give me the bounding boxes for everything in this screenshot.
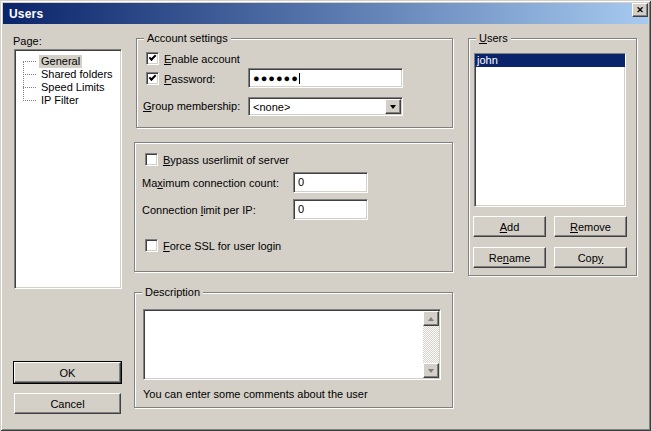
tree-connector-icon [23,61,36,62]
tree-item-ip-filter[interactable]: IP Filter [15,94,121,107]
password-input[interactable]: ●●●●●● [248,68,403,88]
enable-account-label: Enable account [164,53,240,66]
page-label: Page: [13,35,42,48]
tree-connector-icon [23,100,36,101]
ok-button[interactable]: OK [14,362,121,383]
password-label: Password: [164,73,215,86]
add-user-button[interactable]: Add [473,216,546,237]
description-note: You can enter some comments about the us… [143,388,368,400]
max-connection-label: Maximum connection count: [142,177,279,190]
bypass-userlimit-label: Bypass userlimit of server [163,154,289,167]
tree-item-general[interactable]: General [15,55,121,68]
enable-account-checkbox[interactable] [146,52,159,65]
max-connection-input[interactable]: 0 [293,172,368,193]
vertical-scrollbar[interactable] [423,311,439,378]
connection-per-ip-input[interactable]: 0 [293,199,368,220]
tree-item-shared-folders[interactable]: Shared folders [15,68,121,81]
connection-per-ip-label: Connection limit per IP: [142,204,256,217]
close-icon: ✕ [636,6,644,15]
close-button[interactable]: ✕ [632,3,648,17]
group-membership-label: Group membership: [143,100,240,113]
arrow-down-icon [428,369,434,373]
checkmark-icon [149,73,157,81]
tree-item-speed-limits[interactable]: Speed Limits [15,81,121,94]
users-listbox[interactable]: john [474,53,626,207]
list-item-user[interactable]: john [475,54,625,67]
tree-connector-icon [23,87,36,88]
scroll-up-button[interactable] [423,311,439,326]
account-settings-title: Account settings [144,32,231,44]
force-ssl-label: Force SSL for user login [163,240,281,253]
bypass-userlimit-checkbox[interactable] [145,153,158,166]
rename-user-button[interactable]: Rename [473,247,546,268]
dropdown-button[interactable] [385,99,401,114]
cancel-button[interactable]: Cancel [14,393,121,414]
password-checkbox[interactable] [146,72,159,85]
copy-user-button[interactable]: Copy [554,247,627,268]
window-title: Users [3,7,43,21]
description-textarea[interactable] [143,309,441,380]
chevron-down-icon [390,105,396,109]
force-ssl-checkbox[interactable] [145,239,158,252]
tree-connector-icon [23,74,36,75]
arrow-up-icon [428,317,434,321]
text-caret [299,73,300,84]
scroll-down-button[interactable] [423,363,439,378]
checkmark-icon [149,53,157,61]
description-title: Description [142,286,203,298]
users-group-title: Users [476,32,511,44]
group-membership-select[interactable]: <none> [248,97,403,116]
users-dialog: Users ✕ Page: General Shared folders Spe… [0,0,651,431]
titlebar[interactable]: Users [3,3,648,24]
remove-user-button[interactable]: Remove [554,216,627,237]
page-tree[interactable]: General Shared folders Speed Limits IP F… [14,49,122,289]
